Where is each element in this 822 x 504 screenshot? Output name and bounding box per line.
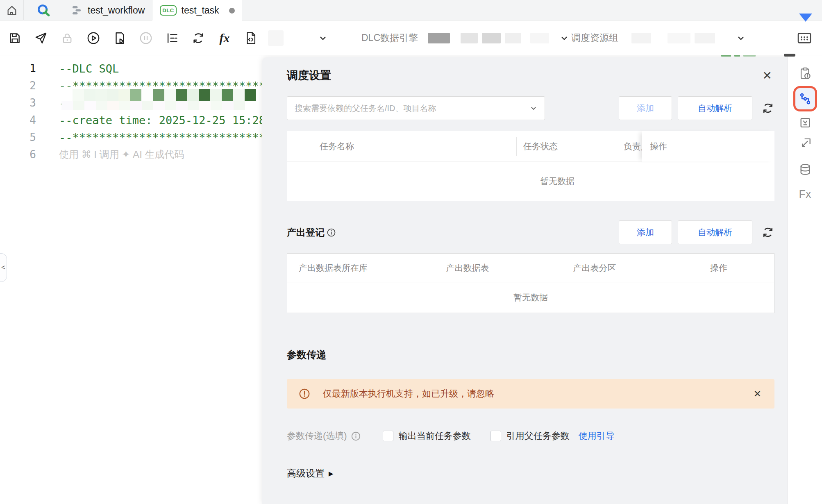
col-output-db: 产出数据表所在库 — [287, 262, 410, 274]
global-search-button[interactable] — [24, 0, 63, 20]
search-icon — [36, 3, 51, 18]
col-owner: 负责人 — [624, 131, 643, 161]
refresh-icon — [761, 226, 774, 239]
resource-group-dropdown[interactable]: 调度资源组 — [571, 20, 746, 55]
refresh-icon — [761, 102, 774, 115]
home-icon — [5, 4, 18, 17]
submit-button[interactable] — [32, 29, 50, 47]
params-section-title: 参数传递 — [287, 348, 326, 361]
format-sql-button[interactable] — [163, 29, 181, 47]
toolbar: fx DLC数据引擎 — [0, 20, 822, 55]
unsaved-dot-icon — [229, 8, 235, 14]
version-button[interactable] — [798, 116, 812, 129]
version-box-icon — [798, 116, 812, 129]
format-icon — [165, 31, 179, 45]
tab-overflow-button[interactable] — [799, 14, 812, 22]
warning-banner: 仅最新版本执行机支持，如已升级，请忽略 ✕ — [287, 379, 774, 409]
layout-grid-button[interactable] — [795, 29, 814, 48]
code-text: --DLC SQL — [45, 62, 119, 75]
advanced-run-button[interactable] — [111, 29, 129, 47]
dismiss-warning-button[interactable]: ✕ — [754, 388, 761, 400]
code-template-button[interactable] — [242, 29, 260, 47]
output-current-params-checkbox[interactable] — [383, 431, 393, 441]
run-button[interactable] — [84, 29, 102, 47]
redacted-engine-name — [428, 33, 450, 43]
triangle-right-icon: ▶ — [329, 470, 334, 477]
data-source-button[interactable] — [798, 163, 812, 176]
scheduling-settings-button-active[interactable] — [793, 86, 817, 111]
collapse-left-panel-handle[interactable]: < — [0, 253, 7, 282]
chevron-left-icon: < — [1, 263, 5, 272]
usage-guide-link[interactable]: 使用引导 — [579, 430, 615, 442]
params-optional-row: 参数传递(选填) 输出当前任务参数 引用父任务参数 使用引导 — [287, 427, 774, 445]
redacted-engine-name — [461, 33, 478, 43]
fx-icon: fx — [220, 31, 230, 45]
home-button[interactable] — [0, 0, 24, 20]
output-refresh-button[interactable] — [761, 226, 774, 239]
right-sidebar: Fx — [788, 55, 822, 504]
info-icon[interactable] — [326, 227, 336, 238]
output-add-button[interactable]: 添加 — [619, 220, 672, 244]
close-icon: ✕ — [763, 69, 772, 82]
lineage-button[interactable] — [798, 137, 812, 150]
line-number: 2 — [0, 79, 45, 92]
tab-test-workflow[interactable]: test_workflow — [63, 0, 152, 20]
toolbar-actions: fx — [6, 20, 284, 55]
parent-task-search-input[interactable] — [295, 104, 529, 113]
warning-circle-icon — [298, 388, 311, 400]
redacted-author-mosaic — [73, 89, 256, 101]
lock-button — [58, 29, 76, 47]
tab-task-label: test_task — [182, 5, 219, 16]
scheduling-settings-panel: 调度设置 ✕ 添加 自动解析 — [262, 57, 788, 504]
engine-label: DLC数据引擎 — [361, 32, 418, 44]
function-panel-button[interactable]: Fx — [799, 188, 811, 201]
line-number: 6 — [0, 148, 45, 161]
dependency-add-button[interactable]: 添加 — [619, 96, 672, 120]
output-table: 产出数据表所在库 产出数据表 产出表分区 操作 暂无数据 — [287, 253, 774, 313]
function-button[interactable]: fx — [216, 29, 234, 47]
info-icon[interactable] — [350, 431, 361, 442]
dependency-refresh-button[interactable] — [761, 102, 774, 115]
col-task-status: 任务状态 — [523, 131, 558, 161]
ref-parent-params-label: 引用父任务参数 — [506, 430, 570, 442]
redacted-engine-name — [482, 33, 501, 43]
line-number: 5 — [0, 131, 45, 143]
dependency-empty-state: 暂无数据 — [287, 161, 774, 200]
ref-parent-params-checkbox[interactable] — [490, 431, 501, 441]
parent-task-search[interactable] — [287, 96, 545, 120]
wedata-task-editor-screen: test_workflow DLC test_task — [0, 0, 822, 504]
paper-plane-icon — [34, 31, 48, 45]
line-number: 3 — [0, 97, 45, 109]
scrollbar-thumb[interactable] — [784, 54, 795, 57]
dlc-badge-icon: DLC — [160, 5, 176, 16]
column-divider — [516, 137, 517, 156]
save-button[interactable] — [6, 29, 24, 47]
dependency-auto-parse-button[interactable]: 自动解析 — [678, 96, 752, 120]
task-info-button[interactable] — [798, 66, 812, 80]
code-file-icon — [244, 31, 258, 45]
col-actions: 操作 — [642, 131, 774, 161]
output-auto-parse-button[interactable]: 自动解析 — [678, 220, 752, 244]
dependency-toolbar: 添加 自动解析 — [287, 96, 774, 120]
close-panel-button[interactable]: ✕ — [763, 69, 772, 82]
dependency-table: 任务名称 任务状态 负责人 操作 暂无数据 — [287, 131, 774, 201]
col-actions: 操作 — [664, 262, 773, 274]
resource-group-label: 调度资源组 — [571, 32, 618, 44]
pause-button — [137, 29, 155, 47]
output-section-title: 产出登记 — [287, 226, 336, 239]
chevron-down-icon — [559, 33, 570, 43]
refresh-button[interactable] — [189, 29, 207, 47]
save-icon — [8, 31, 22, 45]
engine-dropdown[interactable]: DLC数据引擎 — [361, 20, 570, 55]
panel-title: 调度设置 — [287, 68, 331, 83]
lock-icon — [60, 31, 74, 45]
params-optional-label: 参数传递(选填) — [287, 430, 347, 442]
tab-test-task[interactable]: DLC test_task — [152, 0, 242, 21]
tab-bar: test_workflow DLC test_task — [0, 0, 822, 20]
refresh-icon — [191, 31, 205, 45]
task-type-dropdown[interactable] — [318, 20, 328, 55]
chevron-down-icon — [318, 33, 328, 43]
advanced-settings-toggle[interactable]: 高级设置 ▶ — [287, 467, 334, 480]
redacted-resource-name — [695, 33, 715, 43]
col-output-table: 产出数据表 — [410, 262, 525, 274]
